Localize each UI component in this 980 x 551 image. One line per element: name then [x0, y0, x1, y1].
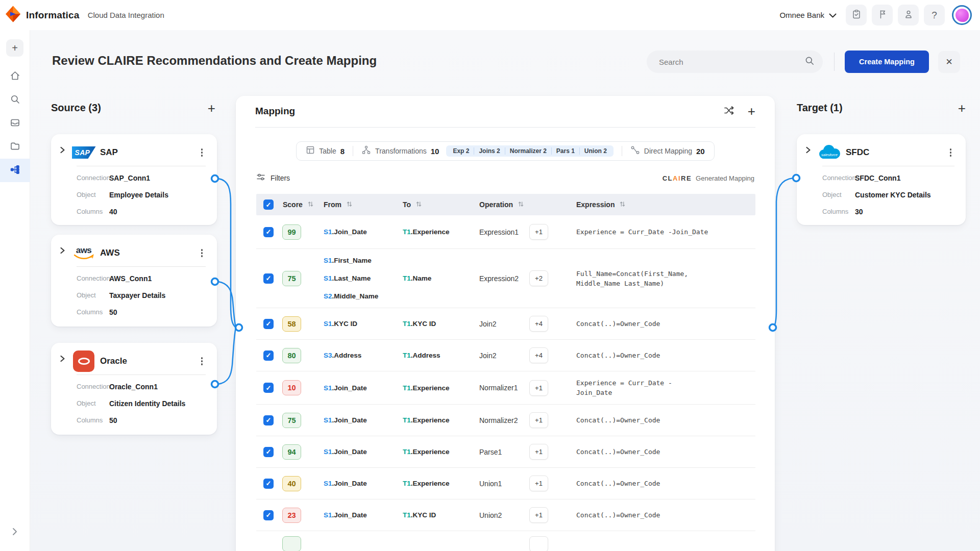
sort-icon[interactable] — [308, 201, 313, 209]
claire-avatar[interactable] — [952, 5, 972, 25]
search-box[interactable] — [647, 51, 823, 73]
operation-count-badge[interactable]: +1 — [529, 224, 548, 240]
from-field-list: S1.Join_Date — [324, 415, 403, 425]
sidebar-expand-button[interactable] — [0, 520, 30, 544]
table-icon — [306, 145, 315, 157]
score-badge: 23 — [282, 508, 301, 523]
close-button[interactable]: ✕ — [938, 51, 960, 73]
expression-text: Concat(..)=Owner_Code — [576, 319, 755, 329]
mapping-row[interactable]: ✓ 23 S1.Join_Date T1.KYC ID Union2 +1 Co… — [256, 499, 755, 531]
tasks-button[interactable] — [846, 5, 867, 26]
field-name: .Join_Date — [332, 480, 367, 487]
add-source-button[interactable]: + — [208, 103, 215, 113]
source-card[interactable]: SAP aws SAP Connection SAP_Conn1 Object … — [51, 134, 217, 225]
kebab-menu-icon[interactable] — [199, 355, 205, 367]
to-field: T1.Name — [403, 273, 479, 283]
to-field: T1.Experience — [403, 447, 479, 457]
expand-card-button[interactable] — [60, 146, 65, 155]
row-checkbox[interactable]: ✓ — [263, 383, 274, 393]
expand-card-button[interactable] — [60, 355, 65, 364]
column-header-from[interactable]: From — [324, 201, 403, 209]
row-checkbox[interactable]: ✓ — [263, 479, 274, 489]
kebab-menu-icon[interactable] — [199, 146, 205, 159]
clipboard-check-icon — [851, 9, 862, 21]
transformations-stat: Transformations 10 — [361, 145, 439, 157]
mapping-row[interactable]: ✓ 80 S3.Address T1.Address Join2 +4 Conc… — [256, 340, 755, 371]
search-icon — [10, 94, 20, 106]
sort-icon[interactable] — [518, 201, 524, 209]
filters-button[interactable]: Filters — [256, 172, 290, 184]
mapping-row[interactable]: ✓ 40 S1.Join_Date T1.Experience Union1 +… — [256, 468, 755, 499]
operation-name: Expression1 — [479, 228, 519, 236]
org-switcher[interactable]: Omnee Bank — [779, 11, 837, 20]
auto-map-button[interactable] — [724, 106, 734, 117]
add-mapping-button[interactable]: + — [748, 106, 755, 116]
connector-name: SAP — [100, 147, 118, 158]
mapping-row[interactable]: ✓ 10 S1.Join_Date T1.Experience Normaliz… — [256, 371, 755, 405]
flag-button[interactable] — [872, 5, 893, 26]
expand-card-button[interactable] — [60, 247, 65, 256]
row-checkbox[interactable]: ✓ — [263, 273, 274, 284]
source-card[interactable]: SAP aws Oracle Connection Oracle_Conn1 O… — [51, 343, 217, 435]
source-card[interactable]: SAP aws AWS Connection AWS_Conn1 Object … — [51, 235, 217, 327]
row-checkbox[interactable]: ✓ — [263, 350, 274, 361]
kebab-menu-icon[interactable] — [948, 146, 954, 159]
mapping-row[interactable]: ✓ 75 S1.First_NameS1.Last_NameS2.Middle_… — [256, 249, 755, 308]
target-prefix: T1 — [403, 416, 411, 424]
operation-count-badge[interactable]: +1 — [529, 380, 548, 396]
operation-count-badge[interactable]: +2 — [529, 270, 548, 286]
kebab-menu-icon[interactable] — [199, 247, 205, 259]
row-checkbox[interactable]: ✓ — [263, 319, 274, 329]
mapping-row[interactable]: ✓ 58 S1.KYC ID T1.KYC ID Join2 +4 Concat… — [256, 308, 755, 340]
search-input[interactable] — [659, 58, 804, 66]
sort-icon[interactable] — [347, 201, 352, 209]
target-card[interactable]: salesforce SFDC Connection SFDC_Conn1 Ob… — [797, 134, 966, 225]
row-checkbox[interactable]: ✓ — [263, 227, 274, 237]
score-badge: 75 — [282, 413, 301, 428]
operation-count-badge[interactable] — [529, 536, 548, 551]
help-button[interactable]: ? — [924, 5, 945, 26]
expand-card-button[interactable] — [805, 146, 811, 155]
operation-count-badge[interactable]: +1 — [529, 444, 548, 460]
column-header-operation[interactable]: Operation — [479, 201, 529, 209]
sort-icon[interactable] — [416, 201, 422, 209]
field-name: .Join_Date — [332, 416, 367, 424]
score-badge: 94 — [282, 444, 301, 460]
mapping-row[interactable]: ✓ 75 S1.Join_Date T1.Experience Normaliz… — [256, 405, 755, 436]
operation-count-badge[interactable]: +1 — [529, 412, 548, 428]
direct-mapping-count: 20 — [696, 147, 705, 156]
row-checkbox[interactable]: ✓ — [263, 510, 274, 520]
user-button[interactable] — [898, 5, 919, 26]
from-field-list: S1.Join_Date — [324, 479, 403, 488]
new-button[interactable]: + — [6, 39, 23, 57]
select-all-checkbox[interactable]: ✓ — [263, 199, 274, 210]
column-header-to[interactable]: To — [403, 201, 479, 209]
expression-text: Concat(..)=Owner_Code — [576, 350, 755, 360]
sidebar-item-projects[interactable] — [0, 135, 30, 159]
operation-count-badge[interactable]: +4 — [529, 347, 548, 363]
sidebar-item-search[interactable] — [0, 88, 30, 112]
mapping-row[interactable]: ✓ 94 S1.Join_Date T1.Experience Parse1 +… — [256, 436, 755, 468]
row-checkbox[interactable]: ✓ — [263, 447, 274, 457]
sidebar-item-inbox[interactable] — [0, 112, 30, 135]
mapping-row[interactable]: ✓ — [256, 531, 755, 551]
columns-value: 50 — [109, 416, 207, 424]
operation-count-badge[interactable]: +1 — [529, 475, 548, 491]
column-header-score[interactable]: Score — [281, 201, 324, 209]
object-label: Object — [77, 291, 109, 299]
row-checkbox[interactable]: ✓ — [263, 415, 274, 425]
mapping-network-icon — [10, 164, 20, 177]
mapping-row[interactable]: ✓ 99 S1.Join_Date T1.Experience Expressi… — [256, 215, 755, 249]
page-title: Review CLAIRE Recommendations and Create… — [52, 54, 377, 68]
object-label: Object — [822, 191, 855, 199]
create-mapping-button[interactable]: Create Mapping — [845, 51, 929, 73]
operation-count-badge[interactable]: +1 — [529, 507, 548, 523]
operation-count-badge[interactable]: +4 — [529, 316, 548, 332]
sidebar-item-home[interactable] — [0, 65, 30, 88]
sort-icon[interactable] — [620, 201, 625, 209]
sidebar-item-mappings[interactable] — [0, 159, 30, 182]
add-target-button[interactable]: + — [958, 103, 966, 113]
column-header-expression[interactable]: Expression — [576, 201, 755, 209]
card-details: Connection SAP_Conn1 Object Employee Det… — [77, 174, 207, 216]
to-field: T1.Experience — [403, 227, 479, 237]
